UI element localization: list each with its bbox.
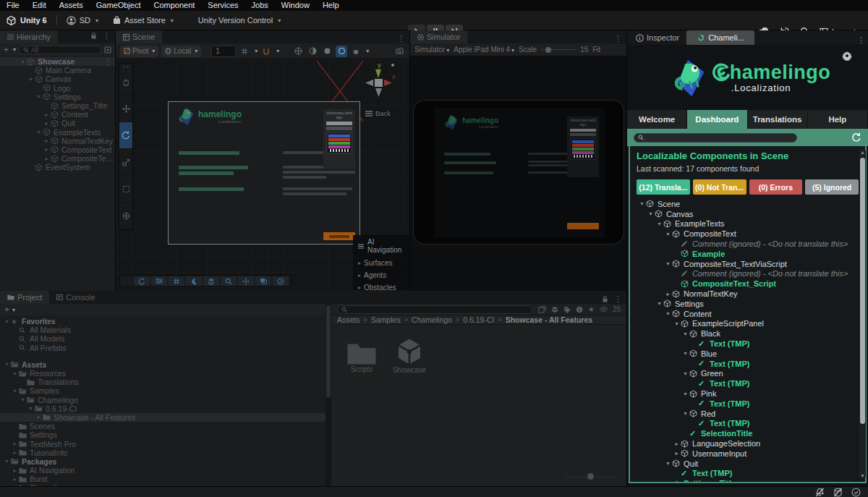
expand-arrow[interactable]: ▾ bbox=[673, 320, 681, 327]
component-row-canvas[interactable]: ▾Canvas bbox=[637, 209, 859, 219]
project-row-resources[interactable]: ▾Resources bbox=[0, 369, 326, 378]
overlay-layers-icon[interactable] bbox=[203, 276, 219, 286]
toolbar-grip[interactable]: ⋮⋮ bbox=[122, 279, 132, 284]
hierarchy-row-eventsystem[interactable]: EventSystem bbox=[0, 163, 115, 171]
scrollbar-thumb[interactable] bbox=[326, 305, 331, 398]
lock-icon[interactable] bbox=[602, 295, 608, 303]
project-row-all-prefabs[interactable]: All Prefabs bbox=[0, 344, 326, 352]
component-row-quit[interactable]: ▾Quit bbox=[637, 459, 859, 469]
tab-chamelingo[interactable]: Chameli... bbox=[686, 30, 754, 45]
component-row-languageselection[interactable]: ▸LanguageSelection bbox=[637, 438, 859, 449]
hierarchy-search-input[interactable]: All bbox=[19, 46, 101, 54]
tab-scene[interactable]: Scene bbox=[116, 30, 162, 43]
menu-window[interactable]: Window bbox=[275, 0, 316, 11]
expand-arrow[interactable]: ▸ bbox=[664, 291, 672, 297]
scene-picking-icon[interactable] bbox=[104, 46, 111, 54]
project-row-favorites[interactable]: ▾★Favorites bbox=[0, 317, 326, 326]
expand-arrow[interactable]: ▾ bbox=[638, 200, 646, 207]
grid-visibility-icon[interactable] bbox=[239, 46, 250, 57]
filter-button--ignored[interactable]: (5) Ignored bbox=[805, 179, 859, 195]
expand-arrow[interactable]: ▸ bbox=[11, 441, 19, 447]
component-row-compositetext-script[interactable]: CompositeText_Script bbox=[637, 279, 859, 289]
menu-help[interactable]: Help bbox=[316, 0, 346, 11]
expand-arrow[interactable]: ▾ bbox=[19, 59, 27, 65]
expand-arrow[interactable]: ▸ bbox=[43, 146, 51, 153]
menu-services[interactable]: Services bbox=[201, 0, 244, 11]
project-row-settings[interactable]: Settings bbox=[0, 430, 326, 439]
expand-arrow[interactable]: ▸ bbox=[673, 450, 681, 456]
panel-menu-icon[interactable]: ⋮ bbox=[103, 31, 111, 41]
move-tool[interactable] bbox=[119, 95, 132, 122]
local-dropdown[interactable]: Local▾ bbox=[161, 46, 201, 57]
scene-orientation-gizmo[interactable]: y x bbox=[362, 61, 396, 103]
menu-edit[interactable]: Edit bbox=[26, 0, 53, 11]
fit-button[interactable]: Fit bbox=[592, 46, 600, 54]
component-row-green[interactable]: ▾Green bbox=[637, 369, 859, 379]
view-hand-tool[interactable] bbox=[119, 69, 132, 95]
scroll-down-icon[interactable]: ▼ bbox=[859, 473, 866, 478]
hierarchy-row-compositetext[interactable]: ▸CompositeText bbox=[0, 145, 115, 154]
overlay-cards-icon[interactable] bbox=[255, 276, 271, 286]
scale-tool[interactable] bbox=[119, 149, 132, 176]
project-splitter-scrollbar[interactable] bbox=[326, 304, 331, 486]
component-row-settings[interactable]: ▾Settings bbox=[637, 299, 859, 309]
simulator-viewport[interactable]: hamelingoLocalization showcase.setti ngs bbox=[410, 56, 626, 291]
star-icon[interactable]: ★ bbox=[588, 305, 595, 313]
open-in-window-icon[interactable] bbox=[538, 306, 546, 313]
panel-menu-icon[interactable]: ⋮ bbox=[857, 35, 865, 45]
audio-toggle-icon[interactable] bbox=[321, 46, 333, 57]
panel-menu-icon[interactable]: ⋮ bbox=[614, 34, 622, 43]
expand-arrow[interactable]: ▾ bbox=[27, 76, 35, 82]
component-row-pink[interactable]: ▾Pink bbox=[637, 388, 859, 399]
tab-console[interactable]: Console bbox=[49, 291, 102, 304]
breadcrumb-item[interactable]: Chamelingo bbox=[412, 315, 452, 324]
project-row-packages[interactable]: ▾Packages bbox=[0, 457, 326, 466]
toolbar-grip[interactable]: ● ● bbox=[119, 64, 132, 69]
refresh-icon[interactable] bbox=[851, 132, 861, 143]
thumbnail-zoom-slider[interactable] bbox=[566, 473, 616, 480]
component-row-selectiontitle[interactable]: ✓SelectionTitle bbox=[637, 428, 859, 438]
transform-tool[interactable] bbox=[119, 203, 132, 229]
eye-icon[interactable] bbox=[600, 307, 608, 312]
expand-arrow[interactable]: ▸ bbox=[43, 156, 51, 162]
pivot-dropdown[interactable]: Pivot▾ bbox=[120, 46, 158, 57]
camera-settings-icon[interactable] bbox=[393, 46, 405, 57]
component-row-text-tmp-[interactable]: ✓Text (TMP) bbox=[637, 419, 859, 429]
shaded-mode-icon[interactable] bbox=[292, 46, 304, 57]
menu-component[interactable]: Component bbox=[147, 0, 201, 11]
expand-arrow[interactable]: ▾ bbox=[3, 361, 11, 368]
hierarchy-row-compositetext-t[interactable]: ▸CompositeText_T bbox=[0, 154, 115, 163]
component-row-examplescriptpanel[interactable]: ▾ExampleScriptPanel bbox=[637, 319, 859, 329]
expand-arrow[interactable]: ▸ bbox=[43, 137, 51, 144]
create-button[interactable]: + bbox=[4, 305, 9, 315]
asset-item-showcase[interactable]: Showcase bbox=[386, 337, 433, 374]
project-row-scenes[interactable]: Scenes bbox=[0, 422, 326, 430]
ai-nav-surfaces[interactable]: ▸Surfaces bbox=[358, 257, 405, 269]
plugin-tab-welcome[interactable]: Welcome bbox=[627, 110, 687, 129]
asset-store-dropdown[interactable]: Asset Store bbox=[124, 16, 166, 25]
hierarchy-row-exampletexts[interactable]: ▾ExampleTexts bbox=[0, 128, 115, 137]
grid-size-field[interactable]: 1 bbox=[211, 46, 236, 57]
expand-arrow[interactable]: ▾ bbox=[3, 318, 11, 325]
project-row-tutorialinfo[interactable]: ▸TutorialInfo bbox=[0, 449, 326, 457]
tab-simulator[interactable]: Simulator bbox=[410, 30, 467, 43]
expand-arrow[interactable]: ▸ bbox=[43, 111, 51, 118]
component-row-compositetext[interactable]: ▾CompositeText bbox=[637, 229, 859, 239]
expand-arrow[interactable]: ▾ bbox=[655, 300, 663, 307]
expand-arrow[interactable]: ▾ bbox=[11, 388, 19, 394]
snap-icon[interactable] bbox=[260, 46, 272, 57]
project-row-showcase-all-features[interactable]: ▸Showcase - All Features bbox=[0, 413, 326, 422]
expand-arrow[interactable]: ▾ bbox=[664, 310, 672, 317]
overlay-rotate-icon[interactable] bbox=[134, 276, 150, 286]
component-row-content[interactable]: ▾Content bbox=[637, 309, 859, 319]
rect-tool[interactable] bbox=[119, 176, 132, 203]
overlay-grid-icon[interactable] bbox=[169, 276, 184, 286]
overlay-search-icon[interactable] bbox=[221, 276, 237, 286]
hierarchy-row-normaltextkey[interactable]: ▸NormalTextKey bbox=[0, 137, 115, 145]
project-row-assets[interactable]: ▾Assets bbox=[0, 360, 326, 369]
overlay-move-icon[interactable] bbox=[238, 276, 254, 286]
hierarchy-row-canvas[interactable]: ▾Canvas bbox=[0, 75, 115, 83]
lighting-toggle-icon[interactable] bbox=[307, 46, 318, 57]
breadcrumb-item[interactable]: Showcase - All Features bbox=[506, 315, 592, 324]
hierarchy-row-settings-title[interactable]: Settings_Title bbox=[0, 101, 115, 110]
